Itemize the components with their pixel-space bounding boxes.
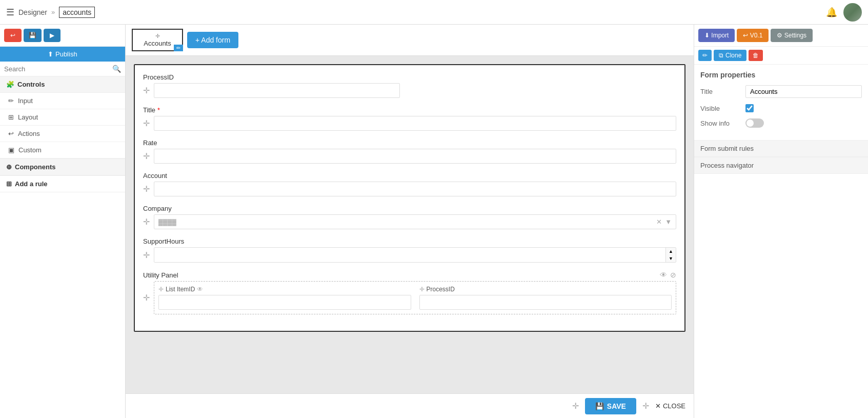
process-navigator-section[interactable]: Process navigator bbox=[694, 157, 868, 174]
drag-handle-account[interactable]: ✛ bbox=[143, 184, 150, 194]
drag-handle-supporthours[interactable]: ✛ bbox=[143, 250, 150, 260]
input-supporthours[interactable] bbox=[154, 248, 665, 262]
add-rule-section[interactable]: ⊞ Add a rule bbox=[0, 175, 125, 192]
prop-visible-checkbox[interactable] bbox=[745, 104, 754, 112]
drag-handle-title[interactable]: ✛ bbox=[143, 118, 150, 128]
components-icon: ⊕ bbox=[6, 163, 12, 171]
back-button[interactable]: ↩ bbox=[4, 29, 22, 42]
utility-col-processid2: ✛ ProcessID bbox=[419, 286, 672, 310]
input-rate[interactable] bbox=[154, 149, 676, 164]
field-row-title: ✛ bbox=[143, 116, 676, 131]
page-name[interactable]: accounts bbox=[59, 7, 95, 18]
add-form-button[interactable]: + Add form bbox=[187, 32, 238, 48]
search-icon: 🔍 bbox=[112, 65, 121, 73]
supporthours-spinners: ▲ ▼ bbox=[665, 248, 676, 262]
avatar-image bbox=[843, 3, 862, 22]
form-tab-edit-button[interactable]: ✏ bbox=[174, 45, 183, 51]
menu-icon[interactable]: ☰ bbox=[6, 7, 14, 18]
sidebar-item-actions[interactable]: ↩ Actions bbox=[0, 126, 125, 142]
search-bar: 🔍 bbox=[0, 62, 125, 76]
required-star-title: * bbox=[157, 106, 160, 114]
controls-label: Controls bbox=[17, 81, 45, 88]
utility-ban-icon[interactable]: ⊘ bbox=[670, 271, 676, 279]
drag-handle-processid[interactable]: ✛ bbox=[143, 86, 150, 95]
components-section[interactable]: ⊕ Components bbox=[0, 158, 125, 175]
edit-form-button[interactable]: ✏ bbox=[698, 50, 712, 61]
save-icon: 💾 bbox=[595, 402, 604, 410]
publish-button[interactable]: ⬆ Publish bbox=[0, 47, 125, 62]
toggle-slider-showinfo bbox=[745, 118, 764, 128]
actions-label: Actions bbox=[18, 130, 40, 137]
input-listitemid[interactable] bbox=[158, 295, 411, 310]
custom-label: Custom bbox=[18, 146, 42, 154]
spin-down-supporthours[interactable]: ▼ bbox=[666, 255, 676, 262]
form-tab-move: ✛ bbox=[155, 33, 160, 39]
controls-section[interactable]: 🧩 Controls bbox=[0, 76, 125, 93]
bell-icon[interactable]: 🔔 bbox=[826, 7, 837, 18]
prop-row-title: Title bbox=[700, 85, 862, 98]
company-dropdown-wrap: ▓▓▓▓ ✕ ▼ bbox=[154, 214, 676, 229]
input-processid2[interactable] bbox=[419, 295, 672, 310]
input-title[interactable] bbox=[154, 116, 676, 131]
right-panel: ⬇ Import ↩ V0.1 ⚙ Settings ✏ ⧉ Clone 🗑 F… bbox=[694, 25, 868, 418]
topbar-left: ☰ Designer » accounts bbox=[6, 7, 95, 18]
utility-label-processid2: ✛ ProcessID bbox=[419, 286, 672, 293]
company-arrow-icon[interactable]: ▼ bbox=[665, 218, 672, 226]
prop-row-visible: Visible bbox=[700, 104, 862, 112]
right-toolbar: ⬇ Import ↩ V0.1 ⚙ Settings bbox=[694, 25, 868, 47]
field-row-company: ✛ ▓▓▓▓ ✕ ▼ bbox=[143, 214, 676, 229]
field-label-title: Title * bbox=[143, 106, 676, 114]
play-button[interactable]: ▶ bbox=[44, 29, 60, 42]
sidebar-item-input[interactable]: ✏ Input bbox=[0, 93, 125, 109]
listitemid-eye-icon[interactable]: 👁 bbox=[197, 286, 203, 293]
version-button[interactable]: ↩ V0.1 bbox=[737, 29, 769, 42]
settings-button[interactable]: ⚙ Settings bbox=[771, 29, 813, 42]
show-info-toggle[interactable] bbox=[745, 118, 764, 128]
drag-handle-rate[interactable]: ✛ bbox=[143, 151, 150, 161]
form-tab-accounts[interactable]: ✛ Accounts ✏ bbox=[132, 29, 183, 51]
field-row-processid: ✛ bbox=[143, 83, 676, 98]
drag-handle-company[interactable]: ✛ bbox=[143, 217, 150, 227]
save-button[interactable]: 💾 SAVE bbox=[585, 398, 636, 414]
sidebar-item-layout[interactable]: ⊞ Layout bbox=[0, 109, 125, 126]
clone-button[interactable]: ⧉ Clone bbox=[714, 50, 746, 61]
canvas-content: ProcessID ✛ Title * ✛ bbox=[126, 56, 694, 393]
components-label: Components bbox=[15, 163, 55, 171]
save-icon-button[interactable]: 💾 bbox=[24, 29, 42, 42]
delete-button[interactable]: 🗑 bbox=[749, 50, 763, 61]
actions-icon: ↩ bbox=[8, 130, 14, 137]
drag-handle-processid2-small[interactable]: ✛ bbox=[419, 286, 425, 293]
field-row-rate: ✛ bbox=[143, 149, 676, 164]
utility-panel-row: ✛ ✛ List ItemID 👁 bbox=[143, 281, 676, 314]
spin-up-supporthours[interactable]: ▲ bbox=[666, 248, 676, 255]
input-account[interactable] bbox=[154, 182, 676, 196]
field-account: Account ✛ bbox=[143, 172, 676, 196]
field-label-processid: ProcessID bbox=[143, 73, 676, 81]
close-button[interactable]: ✕ CLOSE bbox=[655, 402, 685, 410]
drag-handle-listitemid-small[interactable]: ✛ bbox=[158, 286, 164, 293]
close-label: CLOSE bbox=[663, 402, 685, 410]
sidebar-item-custom[interactable]: ▣ Custom bbox=[0, 142, 125, 158]
bottom-move-icon2[interactable]: ✛ bbox=[642, 401, 649, 411]
prop-title-input[interactable] bbox=[745, 85, 862, 98]
search-input[interactable] bbox=[4, 65, 110, 73]
drag-handle-utility[interactable]: ✛ bbox=[143, 293, 150, 303]
company-dropdown[interactable]: ▓▓▓▓ ✕ ▼ bbox=[154, 214, 676, 229]
import-button[interactable]: ⬇ Import bbox=[698, 29, 735, 42]
canvas-toolbar: ✛ Accounts ✏ + Add form bbox=[126, 25, 694, 56]
add-rule-label: Add a rule bbox=[15, 180, 48, 188]
input-processid[interactable] bbox=[154, 83, 400, 98]
clone-label: Clone bbox=[725, 52, 741, 59]
company-clear-icon[interactable]: ✕ bbox=[656, 218, 662, 226]
avatar[interactable] bbox=[843, 3, 862, 22]
add-rule-icon: ⊞ bbox=[6, 180, 12, 188]
form-submit-rules-section[interactable]: Form submit rules bbox=[694, 140, 868, 157]
prop-row-showinfo: Show info bbox=[700, 118, 862, 128]
utility-eye-icon[interactable]: 👁 bbox=[660, 271, 667, 279]
clone-icon: ⧉ bbox=[719, 52, 723, 59]
topbar: ☰ Designer » accounts 🔔 bbox=[0, 0, 868, 25]
utility-panel-header: Utility Panel 👁 ⊘ bbox=[143, 271, 676, 279]
supporthours-input-wrap: ▲ ▼ bbox=[154, 247, 676, 263]
field-row-supporthours: ✛ ▲ ▼ bbox=[143, 247, 676, 263]
bottom-move-icon[interactable]: ✛ bbox=[572, 401, 579, 411]
